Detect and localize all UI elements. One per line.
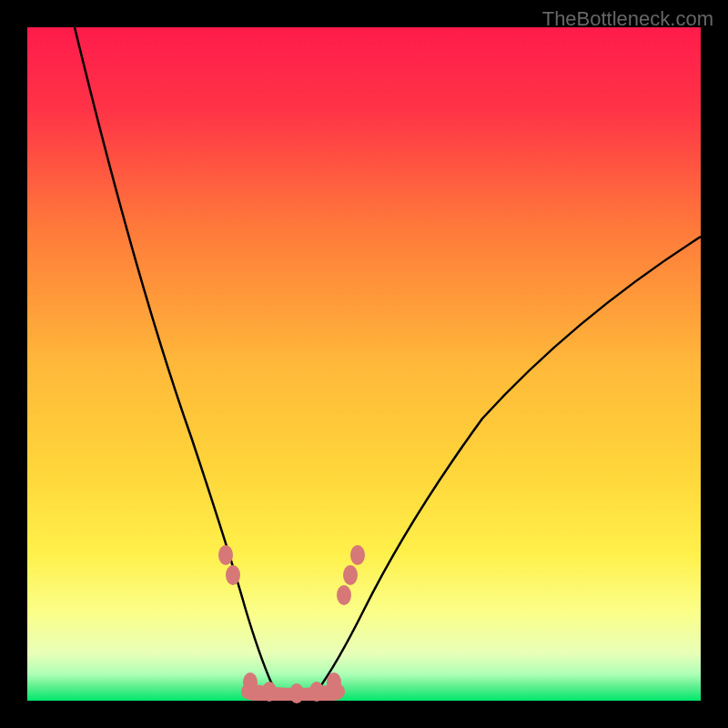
marker	[226, 565, 240, 585]
marker	[289, 683, 304, 703]
marker	[262, 682, 277, 702]
marker	[327, 672, 341, 693]
marker	[350, 545, 365, 565]
marker	[343, 565, 358, 585]
marker	[337, 585, 351, 605]
plot-area	[27, 27, 701, 701]
marker	[218, 545, 233, 565]
marker	[243, 672, 258, 693]
marker	[309, 682, 324, 702]
watermark-text: TheBottleneck.com	[542, 7, 713, 31]
data-markers	[27, 27, 701, 701]
